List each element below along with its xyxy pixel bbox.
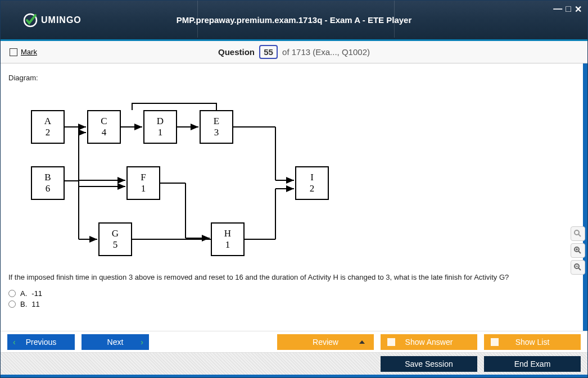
answer-icon [387,338,395,346]
node-g: G5 [98,222,132,256]
previous-button[interactable]: ‹ Previous [7,334,75,350]
zoom-reset-button[interactable] [571,226,585,241]
action-bar-2: Save Session End Exam [1,352,587,375]
logo-checkmark-icon [23,13,38,28]
answer-letter: B. [20,300,27,308]
app-window: UMINGO PMP.prepaway.premium.exam.1713q -… [0,0,588,378]
show-list-button[interactable]: Show List [484,334,581,350]
maximize-button[interactable]: □ [566,4,571,15]
question-label: Question [218,47,255,57]
show-answer-button[interactable]: Show Answer [381,334,477,350]
window-controls: — □ ✕ [553,4,582,15]
show-answer-label: Show Answer [405,338,453,347]
svg-point-21 [575,230,579,235]
node-h: H1 [211,222,245,256]
node-a: A2 [31,110,65,144]
question-of-text: of 1713 (Exa..., Q1002) [282,47,370,57]
question-number[interactable]: 55 [259,45,278,59]
triangle-up-icon [359,340,365,344]
zoom-controls [571,226,585,275]
titlebar: UMINGO PMP.prepaway.premium.exam.1713q -… [1,1,587,41]
bottom-border [1,375,587,377]
node-e: E3 [200,110,233,144]
answer-radio-b[interactable] [8,300,16,308]
answer-radio-a[interactable] [8,290,16,297]
node-f: F1 [126,166,160,200]
chevron-left-icon: ‹ [13,338,16,347]
question-info: Question 55 of 1713 (Exa..., Q1002) [218,45,370,59]
zoom-out-button[interactable] [571,260,585,275]
node-c: C4 [87,110,121,144]
next-label: Next [107,338,124,347]
svg-line-22 [578,234,581,236]
review-button[interactable]: Review [277,334,374,350]
logo: UMINGO [1,13,82,28]
question-bar: Mark Question 55 of 1713 (Exa..., Q1002) [1,41,587,63]
node-d: D1 [143,110,177,144]
answer-letter: A. [20,289,27,298]
action-bar-1: ‹ Previous Next › Review Show Answer Sho… [1,331,587,352]
answer-option-b[interactable]: B. 11 [8,300,580,308]
zoom-in-button[interactable] [571,243,585,258]
svg-line-24 [578,251,581,253]
end-exam-button[interactable]: End Exam [484,356,581,372]
minimize-button[interactable]: — [553,4,562,15]
previous-label: Previous [26,338,56,347]
list-icon [491,338,499,346]
node-i: I2 [295,166,329,200]
mark-label[interactable]: Mark [21,48,37,56]
close-button[interactable]: ✕ [575,4,582,15]
chevron-right-icon: › [141,338,143,347]
window-title: PMP.prepaway.premium.exam.1713q - Exam A… [177,15,412,25]
review-label: Review [313,338,338,347]
answer-text: -11 [31,289,42,298]
show-list-label: Show List [515,338,550,347]
answer-text: 11 [31,300,39,308]
mark-checkbox[interactable] [10,48,17,56]
node-b: B6 [31,166,65,200]
question-text: If the imposed finish time in question 3… [8,273,580,281]
content-area: Diagram: [1,63,587,331]
scrollbar-vertical[interactable] [583,63,587,331]
logo-text: UMINGO [41,15,82,25]
network-diagram: A2 C4 D1 E3 B6 F1 G5 H1 I2 [20,93,357,262]
save-session-button[interactable]: Save Session [381,356,477,372]
next-button[interactable]: Next › [82,334,149,350]
svg-line-28 [578,268,581,270]
answer-option-a[interactable]: A. -11 [8,289,580,298]
diagram-label: Diagram: [8,74,580,82]
